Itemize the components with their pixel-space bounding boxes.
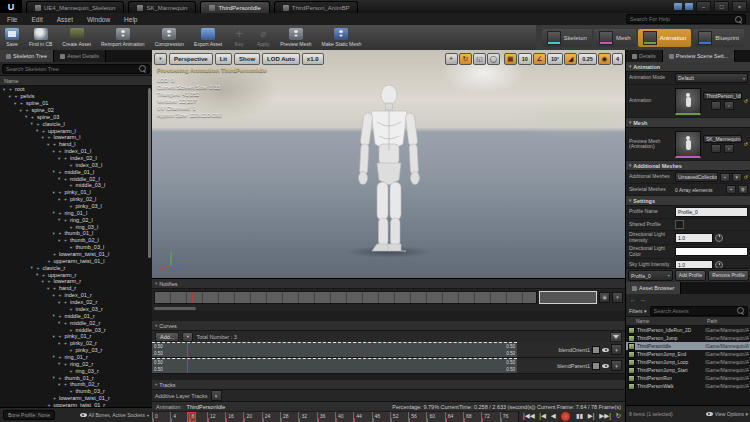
skeleton-tree-row[interactable]: ▾ + thumb_01_l <box>0 230 152 237</box>
skeleton-tree-row[interactable]: ▾ + middle_01_l <box>0 168 152 175</box>
toolbar-button[interactable]: Key <box>227 26 251 50</box>
asset-row[interactable]: ThirdPerson_Jump /Game/Mannequin/An... <box>626 334 750 342</box>
skeleton-tree-row[interactable]: ▾ + ring_03_r <box>0 367 152 374</box>
browse-to-asset-icon[interactable]: ← <box>711 144 721 153</box>
curves-section-header[interactable]: Curves <box>152 321 625 331</box>
tracks-section-header[interactable]: Tracks <box>152 380 625 390</box>
curve-visibility-eye-icon[interactable] <box>602 348 609 352</box>
skeleton-tree-row[interactable]: ▾ + upperarm_l <box>0 127 152 134</box>
playback-button[interactable]: ↻ <box>616 413 621 420</box>
mode-button[interactable]: Skeleton <box>542 29 592 47</box>
notifies-section-header[interactable]: Notifies <box>152 279 625 289</box>
asset-row[interactable]: ThirdPersonJump_Start /Game/Mannequin/An… <box>626 366 750 374</box>
playback-button[interactable]: ▶| <box>588 413 595 420</box>
tree-scrollbar[interactable] <box>148 88 151 258</box>
skeleton-tree-row[interactable]: ▾ + root <box>0 86 152 93</box>
skeleton-tree-row[interactable]: ▾ + ring_02_l <box>0 216 152 223</box>
skeleton-tree-row[interactable]: ▾ + index_02_l <box>0 155 152 162</box>
minimize-button[interactable]: – <box>696 1 711 12</box>
skeleton-tree-row[interactable]: ▾ + middle_02_l <box>0 175 152 182</box>
snap-value-button[interactable]: 4 <box>612 53 623 65</box>
curve-options-button[interactable]: ▾ <box>611 344 622 355</box>
find-asset-icon[interactable]: ⌕ <box>724 101 734 110</box>
additive-layer-dropdown[interactable]: ▾ <box>211 390 222 401</box>
skeleton-tree-row[interactable]: ▾ + upperarm_twist_01_l <box>0 257 152 264</box>
bone-profile-button[interactable]: Bone Profile: None <box>3 410 55 420</box>
playback-button[interactable]: ◀ <box>551 413 556 420</box>
skeleton-tree-row[interactable]: ▾ + middle_03_r <box>0 326 152 333</box>
asset-row[interactable]: ThirdPersonRun /Game/Mannequin/An... <box>626 374 750 382</box>
transform-tool-button[interactable]: ◱ <box>473 53 486 65</box>
asset-row[interactable]: ThirdPersonJump_End /Game/Mannequin/An..… <box>626 350 750 358</box>
mode-button[interactable]: Mesh <box>594 29 636 47</box>
skeleton-tree-row[interactable]: ▾ + upperarm_r <box>0 271 152 278</box>
mesh-section-header[interactable]: Mesh <box>626 118 750 128</box>
shared-profile-checkbox[interactable] <box>675 220 684 229</box>
add-profile-button[interactable]: Add Profile <box>675 270 706 281</box>
find-asset-icon[interactable]: ⌕ <box>724 144 734 153</box>
dial-icon[interactable] <box>715 261 723 268</box>
skeleton-tree-row[interactable]: ▾ + middle_03_l <box>0 182 152 189</box>
playback-button[interactable]: ▮▮ <box>576 413 583 420</box>
menu-item[interactable]: Edit <box>24 16 49 23</box>
toolbar-button[interactable]: Compression <box>150 26 189 50</box>
curve-name-label[interactable]: blendOrient1 <box>520 347 590 353</box>
viewport-menu-button[interactable]: Show <box>234 53 260 65</box>
skeleton-tree-row[interactable]: ▾ + middle_01_r <box>0 312 152 319</box>
directional-light-color-swatch[interactable] <box>675 247 748 256</box>
add-element-icon[interactable]: + <box>726 185 736 194</box>
column-path[interactable]: Path <box>707 318 750 324</box>
playback-button[interactable]: |◀◀ <box>523 413 535 420</box>
skeleton-tree-row[interactable]: ▾ + spine_01 <box>0 100 152 107</box>
viewport-menu-button[interactable]: LOD Auto <box>262 53 300 65</box>
mannequin-character[interactable] <box>353 84 425 256</box>
viewport-menu-button[interactable]: Perspective <box>169 53 213 65</box>
curve-color-swatch[interactable] <box>592 346 600 354</box>
view-options-button[interactable]: View Options ▾ <box>706 411 748 417</box>
snap-toggle-icon[interactable]: ◢ <box>564 53 577 65</box>
skeleton-tree-row[interactable]: ▾ + thumb_03_l <box>0 244 152 251</box>
asset-list-columns[interactable]: Name Path <box>626 316 750 326</box>
profile-dropdown[interactable]: Profile_0▾ <box>628 270 673 281</box>
skeleton-tree-row[interactable]: ▾ + thumb_01_r <box>0 374 152 381</box>
snap-toggle-icon[interactable]: ▦ <box>504 53 517 65</box>
add-curve-dropdown[interactable]: ▾ <box>182 332 193 342</box>
filters-dropdown[interactable]: Filters ▾ <box>629 308 647 314</box>
additional-meshes-section-header[interactable]: Additional Meshes <box>626 161 750 171</box>
horizontal-scrollbar[interactable] <box>154 307 196 310</box>
snap-toggle-icon[interactable]: ∠ <box>533 53 546 65</box>
skeleton-tree-row[interactable]: ▾ + index_03_l <box>0 161 152 168</box>
directional-light-intensity-input[interactable]: 1.0 <box>675 233 713 243</box>
asset-row[interactable]: ThirdPersonIdle /Game/Mannequin/An... <box>626 342 750 350</box>
menu-item[interactable]: Help <box>117 16 144 23</box>
viewport-options-button[interactable]: ▾ <box>154 53 167 65</box>
preview-mesh-thumbnail[interactable] <box>675 131 701 158</box>
add-collection-icon[interactable]: + <box>720 173 730 182</box>
layout-icon[interactable] <box>685 3 693 10</box>
help-search-input[interactable] <box>627 16 735 22</box>
transform-tool-button[interactable]: ◯ <box>487 53 500 65</box>
close-button[interactable]: × <box>732 1 747 12</box>
document-tab[interactable]: ThirdPersonIdle <box>200 1 269 13</box>
curve-filter-icon[interactable] <box>610 332 622 342</box>
notify-track-add-button[interactable]: ▣ <box>599 292 610 303</box>
document-tab[interactable]: UE4_Mannequin_Skeleton <box>26 1 124 13</box>
snap-value-button[interactable]: 0.25 <box>578 53 597 65</box>
animation-section-header[interactable]: Animation <box>626 62 750 72</box>
skeleton-tree-row[interactable]: ▾ + thumb_03_r <box>0 388 152 395</box>
curve-name-label[interactable]: blendParent1 <box>520 363 590 369</box>
viewport-menu-button[interactable]: x1.0 <box>302 53 324 65</box>
profile-name-input[interactable] <box>675 207 748 217</box>
notifies-track[interactable] <box>154 291 537 304</box>
skeleton-tree-row[interactable]: ▾ + spine_02 <box>0 107 152 114</box>
add-curve-button[interactable]: Add... <box>155 332 179 342</box>
skeleton-tree-row[interactable]: ▾ + ring_01_r <box>0 354 152 361</box>
mode-button[interactable]: Animation <box>638 29 692 47</box>
transform-tool-button[interactable]: + <box>445 53 458 65</box>
history-forward-icon[interactable]: → <box>640 297 646 303</box>
viewport-3d[interactable]: ▾ Perspective Lit Show LOD Auto x1.0 <box>152 50 625 278</box>
reset-to-default-icon[interactable]: ↺ <box>744 174 748 180</box>
column-name[interactable]: Name <box>626 318 707 324</box>
feedback-icon[interactable] <box>674 3 682 10</box>
asset-row[interactable]: ThirdPersonJump_Loop /Game/Mannequin/An.… <box>626 358 750 366</box>
